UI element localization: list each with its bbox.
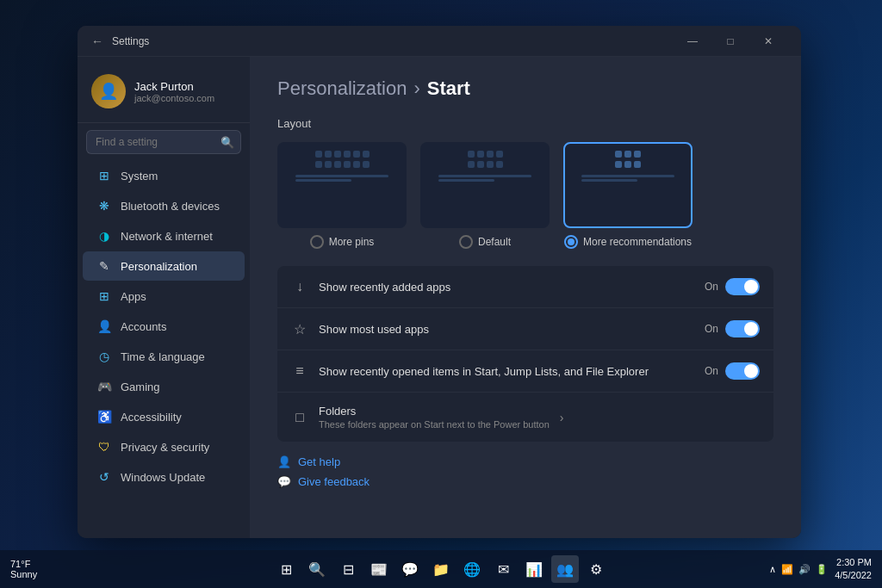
- sidebar-item-update[interactable]: ↺ Windows Update: [83, 462, 245, 492]
- search-input[interactable]: [86, 130, 241, 154]
- title-bar: ← Settings — □ ✕: [78, 26, 801, 57]
- settings-window: ← Settings — □ ✕ 👤 Jack Purton jack@cont…: [78, 26, 801, 538]
- breadcrumb-current: Start: [427, 77, 470, 100]
- radio-label-more-recommendations[interactable]: More recommendations: [564, 235, 692, 249]
- radio-default: [459, 235, 473, 249]
- layout-option-default[interactable]: Default: [420, 142, 550, 249]
- taskbar-center: ⊞ 🔍 ⊟ 📰 💬 📁 🌐 ✉ 📊 👥 ⚙: [272, 555, 610, 583]
- setting-right-recently-added: On: [705, 278, 760, 295]
- setting-row-most-used: ☆ Show most used apps On: [277, 308, 773, 350]
- layout-label: Layout: [277, 117, 773, 130]
- nav-label-privacy: Privacy & security: [121, 441, 209, 454]
- layout-option-more-recommendations[interactable]: More recommendations: [563, 142, 693, 249]
- nav-label-personalization: Personalization: [121, 260, 197, 273]
- sidebar-item-time[interactable]: ◷ Time & language: [83, 342, 245, 371]
- taskbar-left: 71°F Sunny: [10, 559, 37, 579]
- explorer-button[interactable]: 📁: [427, 555, 455, 583]
- content-area: Personalization › Start Layout More pins: [250, 57, 801, 538]
- weather-info[interactable]: 71°F Sunny: [10, 559, 37, 579]
- weather-temp: 71°F: [10, 559, 37, 569]
- give-feedback-link[interactable]: 💬 Give feedback: [277, 475, 773, 488]
- settings-body: 👤 Jack Purton jack@contoso.com 🔍 ⊞ Syste…: [78, 57, 801, 538]
- setting-right-recently-opened: On: [705, 362, 760, 380]
- chevron-icon-folders: ›: [560, 411, 564, 424]
- radio-more-pins: [310, 235, 324, 249]
- window-title: Settings: [112, 35, 674, 47]
- nav-icon-time: ◷: [96, 349, 112, 364]
- toggle-label-most-used: On: [705, 323, 718, 335]
- maximize-button[interactable]: □: [711, 28, 749, 55]
- get-help-link[interactable]: 👤 Get help: [277, 455, 773, 468]
- user-name: Jack Purton: [134, 80, 214, 93]
- setting-sub-folders: These folders appear on Start next to th…: [319, 419, 550, 430]
- edge-button[interactable]: 🌐: [458, 555, 486, 583]
- radio-label-more-pins[interactable]: More pins: [310, 235, 375, 249]
- layout-option-more-pins[interactable]: More pins: [277, 142, 407, 249]
- sidebar-item-accounts[interactable]: 👤 Accounts: [83, 312, 245, 341]
- wifi-icon[interactable]: 📶: [781, 564, 793, 575]
- sidebar-item-accessibility[interactable]: ♿ Accessibility: [83, 402, 245, 431]
- toggle-recently-opened[interactable]: [725, 362, 760, 380]
- breadcrumb-separator: ›: [413, 77, 419, 100]
- search-taskbar-button[interactable]: 🔍: [303, 555, 331, 583]
- setting-row-folders[interactable]: □ Folders These folders appear on Start …: [277, 393, 773, 442]
- nav-icon-gaming: 🎮: [96, 379, 112, 394]
- help-icon: 👤: [277, 455, 291, 468]
- nav-icon-personalization: ✎: [96, 258, 112, 274]
- excel-button[interactable]: 📊: [520, 555, 548, 583]
- user-profile[interactable]: 👤 Jack Purton jack@contoso.com: [78, 67, 250, 123]
- nav-list: ⊞ System ❋ Bluetooth & devices ◑ Network…: [78, 161, 250, 492]
- sidebar-item-apps[interactable]: ⊞ Apps: [83, 282, 245, 311]
- weather-condition: Sunny: [10, 569, 37, 579]
- nav-label-update: Windows Update: [121, 471, 205, 484]
- layout-preview-default: [420, 142, 550, 228]
- clock: 2:30 PM: [835, 556, 872, 569]
- time-date[interactable]: 2:30 PM 4/5/2022: [835, 556, 872, 583]
- minimize-button[interactable]: —: [674, 28, 711, 55]
- mail-button[interactable]: ✉: [489, 555, 517, 583]
- sidebar-item-privacy[interactable]: 🛡 Privacy & security: [83, 432, 245, 461]
- nav-label-bluetooth: Bluetooth & devices: [121, 200, 220, 213]
- sidebar-item-system[interactable]: ⊞ System: [83, 161, 245, 190]
- battery-icon[interactable]: 🔋: [816, 564, 828, 575]
- settings-list: ↓ Show recently added apps On ☆ Show mos…: [277, 266, 773, 442]
- setting-icon-recently-opened: ≡: [291, 363, 308, 379]
- nav-icon-accounts: 👤: [96, 319, 112, 334]
- setting-text-recently-added: Show recently added apps: [319, 281, 694, 294]
- sidebar-item-bluetooth[interactable]: ❋ Bluetooth & devices: [83, 191, 245, 220]
- setting-text-folders: Folders: [319, 405, 550, 418]
- tray-arrow[interactable]: ∧: [769, 564, 776, 575]
- search-box: 🔍: [86, 130, 241, 154]
- nav-icon-system: ⊞: [96, 168, 112, 183]
- settings-taskbar-button[interactable]: ⚙: [582, 555, 610, 583]
- nav-icon-privacy: 🛡: [96, 439, 112, 455]
- nav-label-system: System: [121, 170, 158, 183]
- close-button[interactable]: ✕: [749, 28, 787, 55]
- toggle-most-used[interactable]: [725, 320, 760, 337]
- taskview-button[interactable]: ⊟: [334, 555, 362, 583]
- nav-icon-apps: ⊞: [96, 288, 112, 304]
- nav-icon-update: ↺: [96, 469, 112, 485]
- toggle-recently-added[interactable]: [725, 278, 760, 295]
- chat-button[interactable]: 💬: [396, 555, 424, 583]
- nav-label-accessibility: Accessibility: [121, 411, 182, 424]
- teams-button[interactable]: 👥: [551, 555, 579, 583]
- back-button[interactable]: ←: [91, 34, 103, 48]
- nav-icon-bluetooth: ❋: [96, 198, 112, 214]
- toggle-label-recently-opened: On: [705, 365, 718, 377]
- volume-icon[interactable]: 🔊: [798, 564, 811, 575]
- setting-text-recently-opened: Show recently opened items in Start, Jum…: [319, 365, 694, 378]
- setting-row-recently-opened: ≡ Show recently opened items in Start, J…: [277, 350, 773, 393]
- sidebar-item-personalization[interactable]: ✎ Personalization: [83, 251, 245, 281]
- nav-icon-network: ◑: [96, 228, 112, 244]
- radio-label-default[interactable]: Default: [459, 235, 511, 249]
- nav-label-time: Time & language: [121, 350, 205, 363]
- system-tray: ∧ 📶 🔊 🔋: [769, 564, 828, 575]
- setting-icon-folders: □: [291, 410, 308, 425]
- layout-options: More pins Default: [277, 142, 773, 249]
- sidebar-item-network[interactable]: ◑ Network & internet: [83, 221, 245, 251]
- sidebar-item-gaming[interactable]: 🎮 Gaming: [83, 372, 245, 401]
- user-info: Jack Purton jack@contoso.com: [134, 80, 214, 103]
- start-button[interactable]: ⊞: [272, 555, 300, 583]
- widgets-button[interactable]: 📰: [365, 555, 393, 583]
